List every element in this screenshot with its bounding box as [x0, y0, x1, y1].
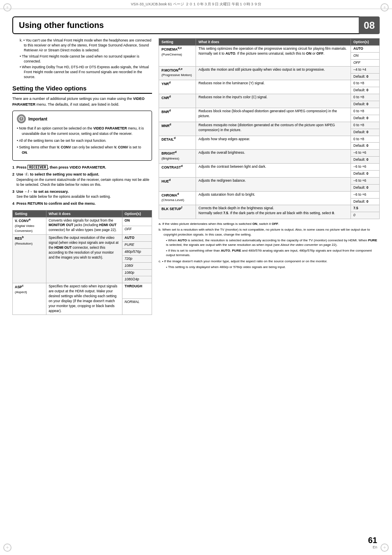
opt-blksetup-2: 0 — [351, 212, 380, 219]
step-3: 3 Use ←/→ to set as necessary. See the t… — [12, 189, 152, 199]
desc-ynr: Reduces noise in the luminance (Y) signa… — [196, 80, 351, 94]
opt-bnr-2: Default: 0 — [351, 115, 380, 122]
important-bullets: Note that if an option cannot be selecte… — [17, 126, 148, 155]
page: VSX-33_UXJCB.book 61 ページ ２０１０年３月９日 火曜日 午… — [0, 0, 392, 555]
setting-bright: BRIGHTd (Brightness) — [159, 150, 196, 164]
chapter-title: Using other functions — [19, 21, 373, 30]
opt-pmotion-1: −4 to +4 — [351, 66, 380, 73]
footnote-b3: • If this is set to something other than… — [159, 248, 380, 257]
desc-bright: Adjusts the overall brightness. — [196, 150, 351, 164]
step-3-desc: See the table below for the options avai… — [12, 194, 152, 199]
setting-contrast: CONTRASTd — [159, 164, 196, 178]
desc-detail: Adjusts how sharp edges appear. — [196, 136, 351, 150]
setting-ynr: YNRd — [159, 80, 196, 94]
table-row: CNRd Reduces noise in the input's color … — [159, 94, 380, 101]
opt-mnr-1: 0 to +8 — [351, 122, 380, 129]
opt-hue-1: −6 to +6 — [351, 177, 380, 184]
table-row: BNRd Reduces block noise (block-shaped d… — [159, 108, 380, 115]
table-row: BLK SETUPf Corrects the black depth in t… — [159, 205, 380, 212]
desc-blksetup: Corrects the black depth in the brightne… — [196, 205, 351, 219]
table-row: ASPc (Aspect) Specifies the aspect ratio… — [13, 283, 152, 299]
table-row: P.MOTIONd,e (Progressive Motion) Adjusts… — [159, 66, 380, 73]
table-row: YNRd Reduces noise in the luminance (Y) … — [159, 80, 380, 87]
table-row: PCINEMAd,e (PureCinema) This setting opt… — [159, 46, 380, 53]
section-intro: There are a number of additional picture… — [12, 96, 152, 107]
desc-cnr: Reduces noise in the input's color (C) s… — [196, 94, 351, 108]
important-icon — [17, 114, 26, 123]
table-row: MNRd Reduces mosquito noise (distortion … — [159, 122, 380, 129]
table-row: V. CONVa (Digital Video Conversion) Conv… — [13, 217, 152, 226]
opt-ynr-1: 0 to +8 — [351, 80, 380, 87]
setting-vconv: V. CONVa (Digital Video Conversion) — [13, 217, 46, 235]
header-bar: VSX-33_UXJCB.book 61 ページ ２０１０年３月９日 火曜日 午… — [0, 0, 392, 9]
desc-res: Specifies the output resolution of the v… — [46, 235, 122, 283]
setting-bnr: BNRd — [159, 108, 196, 122]
opt-mnr-2: Default: 0 — [351, 129, 380, 136]
left-column: k. • You can't use the Virtual Front Hei… — [12, 38, 152, 315]
opt-pcinema-1: AUTO — [351, 46, 380, 53]
desc-chroma: Adjusts saturation from dull to bright. — [196, 191, 351, 205]
setting-blksetup: BLK SETUPf — [159, 205, 196, 219]
top-note-line-2: • The Virtual Front Height mode cannot b… — [20, 54, 152, 64]
important-label: Important — [28, 117, 47, 121]
setting-pmotion: P.MOTIONd,e (Progressive Motion) — [159, 66, 196, 80]
top-note-line-3: • When inputting Dolby True HD, DTS-HD o… — [20, 65, 152, 80]
step-2: 2 Use ↑/↓ to select the setting you want… — [12, 172, 152, 187]
opt-bright-2: Default: 0 — [351, 157, 380, 164]
opt-detail-1: 0 to +8 — [351, 136, 380, 143]
opt-asp-2: NORMAL — [122, 299, 152, 314]
footnote-b: b. When set to a resolution with which t… — [159, 227, 380, 236]
opt-contrast-1: −6 to +6 — [351, 164, 380, 171]
setting-hue: HUEd — [159, 177, 196, 191]
desc-mnr: Reduces mosquito noise (distortion gener… — [196, 122, 351, 136]
setting-asp: ASPc (Aspect) — [13, 283, 46, 314]
table-row: CONTRASTd Adjusts the contrast between l… — [159, 164, 380, 171]
setting-mnr: MNRd — [159, 122, 196, 136]
important-header: Important — [17, 114, 148, 123]
opt-pcinema-3: OFF — [351, 59, 380, 66]
footnote-c: c. • If the image doesn't match your mon… — [159, 259, 380, 264]
corner-decoration-br — [380, 543, 389, 552]
right-column: Setting What it does Option(s) PCINEMAd,… — [159, 38, 380, 315]
step-2-desc: Depending on the current status/mode of … — [12, 178, 152, 187]
left-table-header-desc: What it does — [46, 210, 122, 217]
important-bullet-2: All of the setting items can be set for … — [17, 138, 148, 143]
desc-pcinema: This setting optimizes the operation of … — [196, 46, 351, 67]
footnote-a: a. If the video picture deteriorates whe… — [159, 222, 380, 226]
desc-vconv: Converts video signals for output from t… — [46, 217, 122, 235]
opt-chroma-1: −6 to +6 — [351, 191, 380, 198]
desc-contrast: Adjusts the contrast between light and d… — [196, 164, 351, 178]
opt-res-7: 1080/24p — [122, 276, 152, 283]
opt-ynr-2: Default: 0 — [351, 87, 380, 94]
opt-cnr-1: 0 to +8 — [351, 94, 380, 101]
right-table-header-setting: Setting — [159, 39, 196, 46]
left-table-header-setting: Setting — [13, 210, 46, 217]
opt-res-1: AUTO — [122, 235, 152, 242]
opt-blksetup-1: 7.5 — [351, 205, 380, 212]
footnote-c2: • This setting is only displayed when 48… — [159, 265, 380, 269]
opt-detail-2: Default: 0 — [351, 143, 380, 150]
opt-asp-1: THROUGH — [122, 283, 152, 299]
setting-detail: DETAILd — [159, 136, 196, 150]
step-4: 4 Press RETURN to confirm and exit the m… — [12, 201, 152, 207]
content-area: k. • You can't use the Virtual Front Hei… — [12, 38, 380, 315]
left-options-table: Setting What it does Option(s) V. CONVa … — [12, 210, 152, 315]
page-number: 61 — [368, 536, 377, 545]
opt-pmotion-2: Default: 0 — [351, 73, 380, 80]
setting-chroma: CHROMAd (Chroma Level) — [159, 191, 196, 205]
table-row: RESb (Resolution) Specifies the output r… — [13, 235, 152, 242]
step-1: 1 Press RECEIVER, then press VIDEO PARAM… — [12, 165, 152, 171]
opt-pcinema-2: ON — [351, 52, 380, 59]
top-note: k. • You can't use the Virtual Front Hei… — [12, 38, 152, 80]
page-sub: En — [368, 545, 377, 549]
footnotes: a. If the video picture deteriorates whe… — [159, 222, 380, 269]
opt-vconv-2: OFF — [122, 226, 152, 234]
setting-cnr: CNRd — [159, 94, 196, 108]
opt-bnr-1: 0 to +8 — [351, 108, 380, 115]
desc-hue: Adjusts the red/green balance. — [196, 177, 351, 191]
opt-res-4: 720p — [122, 255, 152, 262]
right-table-header-options: Option(s) — [351, 39, 380, 46]
left-table-header-options: Option(s) — [122, 210, 152, 217]
important-bullet-1: Note that if an option cannot be selecte… — [17, 126, 148, 136]
corner-decoration-tr — [380, 3, 389, 12]
